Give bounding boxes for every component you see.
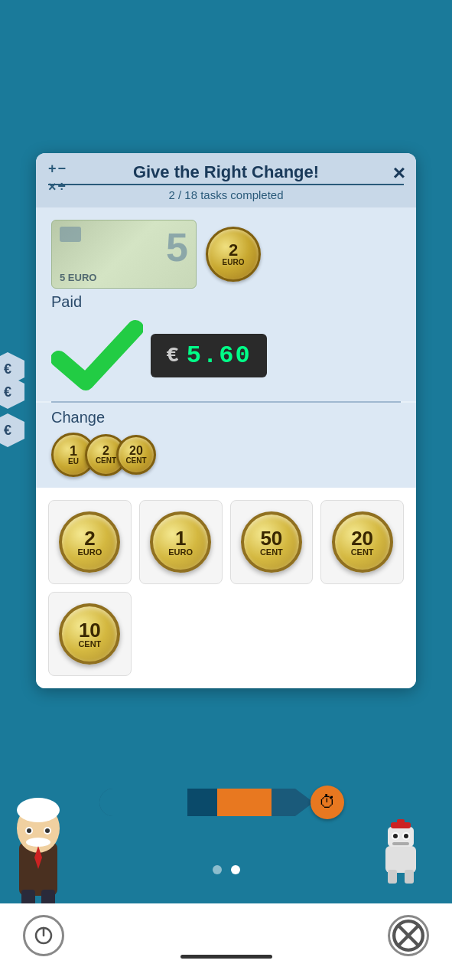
picker-1euro-value: 1 [175, 528, 186, 548]
nav-dot-2[interactable] [231, 865, 240, 874]
svg-rect-19 [392, 842, 409, 845]
picker-2euro-value: 2 [84, 528, 95, 548]
home-indicator [180, 955, 272, 959]
price-display: € 5.60 [151, 334, 267, 377]
picker-10cent-coin: 10 CENT [59, 603, 120, 665]
picker-50cent-cell[interactable]: 50 CENT [230, 500, 314, 584]
divide-icon: ÷ [58, 179, 67, 196]
hex-icon-3: € [4, 423, 11, 439]
picker-2euro-coin: 2 EURO [59, 511, 120, 573]
svg-point-17 [393, 834, 398, 838]
hex-icon-2: € [4, 384, 11, 400]
coin-2euro-value: 2 [229, 242, 238, 259]
picker-10cent-cell[interactable]: 10 CENT [48, 592, 132, 676]
picker-10cent-sub: CENT [78, 640, 101, 648]
robot-character [374, 819, 428, 888]
svg-point-2 [17, 798, 60, 822]
timer-bar [99, 789, 295, 816]
coin-2cent-value: 2 [102, 445, 109, 457]
price-value: 5.60 [187, 341, 252, 370]
coin-1eu-value: 1 [70, 444, 77, 458]
picker-20cent-value: 20 [351, 528, 373, 548]
coin-20cent-value: 20 [129, 445, 143, 457]
change-label: Change [51, 409, 401, 426]
picker-2euro-sub: EURO [77, 548, 102, 557]
timer-orange-segment [217, 789, 272, 816]
five-euro-note: 5 5 EURO [51, 220, 197, 289]
svg-point-18 [404, 834, 408, 838]
paid-result-row: € 5.60 [51, 317, 401, 394]
price-euro-symbol: € [166, 344, 180, 368]
picker-50cent-value: 50 [260, 528, 282, 548]
dialog-subtitle: 2 / 18 tasks completed [48, 184, 404, 201]
minus-icon: − [58, 161, 67, 178]
plus-icon: + [48, 161, 57, 178]
close-button[interactable]: × [393, 162, 405, 184]
two-euro-coin-paid: 2 EURO [206, 227, 261, 282]
picker-50cent-sub: CENT [260, 548, 283, 557]
svg-point-7 [26, 838, 50, 847]
picker-10cent-value: 10 [79, 620, 101, 640]
coins-grid: 2 EURO 1 EURO 50 CENT [48, 500, 404, 676]
dialog-title: Give the Right Change! [48, 162, 404, 182]
coin-2cent-sub: CENT [96, 457, 116, 465]
picker-2euro-cell[interactable]: 2 EURO [48, 500, 132, 584]
bottom-bar [0, 903, 452, 980]
svg-rect-11 [385, 846, 416, 873]
picker-50cent-coin: 50 CENT [241, 511, 302, 573]
svg-point-5 [27, 828, 31, 833]
dialog-header: + − × ÷ Give the Right Change! 2 / 18 ta… [36, 153, 416, 207]
paid-items: 5 5 EURO 2 EURO [51, 220, 401, 289]
svg-rect-21 [405, 870, 414, 884]
picker-20cent-cell[interactable]: 20 CENT [320, 500, 404, 584]
timer-emoji: ⏱ [319, 792, 336, 812]
hint-button[interactable] [388, 915, 429, 956]
multiply-icon: × [48, 179, 57, 196]
picker-1euro-coin: 1 EURO [150, 511, 211, 573]
paid-section: 5 5 EURO 2 EURO Paid € 5.60 [36, 207, 416, 401]
paid-row: Paid [51, 293, 401, 314]
hex-icon-1: € [4, 361, 11, 377]
timer-icon: ⏱ [311, 786, 344, 819]
power-button[interactable] [23, 915, 64, 956]
coin-2euro-sub: EURO [223, 259, 245, 266]
svg-rect-20 [388, 870, 397, 884]
timer-container: ⏱ [99, 786, 344, 819]
change-section: Change 1 EU 2 CENT 20 CENT [36, 403, 416, 488]
paid-label: Paid [51, 293, 82, 311]
svg-point-6 [45, 828, 50, 833]
svg-rect-14 [397, 819, 405, 824]
coin-20cent-sub: CENT [125, 457, 146, 465]
timer-teal-segment [99, 789, 187, 816]
change-coins: 1 EU 2 CENT 20 CENT [51, 433, 401, 477]
nav-dots [213, 865, 240, 874]
twenty-cent-change-coin: 20 CENT [116, 435, 156, 475]
note-label: 5 EURO [60, 272, 96, 283]
timer-dark-segment [187, 789, 216, 816]
math-symbols: + − × ÷ [48, 161, 66, 195]
note-value: 5 [166, 224, 188, 270]
main-dialog: + − × ÷ Give the Right Change! 2 / 18 ta… [36, 153, 416, 688]
picker-1euro-cell[interactable]: 1 EURO [139, 500, 223, 584]
coin-1eu-sub: EU [68, 458, 79, 466]
coins-picker: 2 EURO 1 EURO 50 CENT [36, 488, 416, 688]
nav-dot-1[interactable] [213, 865, 222, 874]
picker-20cent-coin: 20 CENT [332, 511, 393, 573]
picker-20cent-sub: CENT [351, 548, 374, 557]
einstein-character [0, 789, 76, 911]
checkmark-icon [51, 317, 143, 394]
picker-1euro-sub: EURO [168, 548, 193, 557]
